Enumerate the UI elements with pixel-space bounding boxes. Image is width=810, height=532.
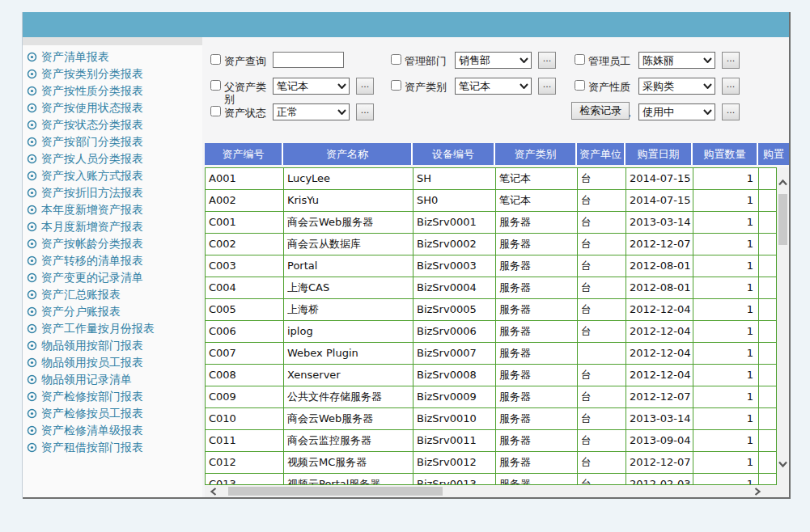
table-cell: 服务器 xyxy=(496,452,578,473)
manage-employee-select[interactable]: 陈姝丽 xyxy=(638,52,715,69)
vertical-scrollbar-thumb[interactable] xyxy=(778,194,787,245)
asset-category-browse-button[interactable]: ... xyxy=(538,78,556,95)
table-row[interactable]: A002KrisYuSH0笔记本台2014-07-151 xyxy=(206,190,776,212)
manage-employee-checkbox[interactable] xyxy=(575,54,585,65)
table-cell xyxy=(578,343,626,364)
sidebar-item[interactable]: 资产按折旧方法报表 xyxy=(23,184,202,201)
table-row[interactable]: C009公共文件存储服务器BizSrv0009服务器台2012-12-071 xyxy=(206,386,776,408)
sidebar-item[interactable]: 资产按状态分类报表 xyxy=(23,116,202,133)
table-cell: 2013-03-14 xyxy=(626,408,693,429)
table-horizontal-scrollbar[interactable] xyxy=(205,485,789,497)
table-cell: 1 xyxy=(693,408,759,429)
manage-employee-browse-button[interactable]: ... xyxy=(722,52,740,69)
table-row[interactable]: A001LucyLeeSH笔记本台2014-07-151 xyxy=(206,168,776,190)
table-row[interactable]: C005上海桥BizSrv0005服务器台2012-12-041 xyxy=(206,299,776,321)
table-row[interactable]: C004上海CASBizSrv0004服务器台2012-08-011 xyxy=(206,277,776,299)
sidebar-item-label: 物品领用按员工报表 xyxy=(41,356,143,369)
table-cell: C010 xyxy=(206,408,284,429)
table-row[interactable]: C002商会云从数据库BizSrv0002服务器台2012-12-071 xyxy=(206,234,776,255)
asset-nature-checkbox[interactable] xyxy=(575,80,585,91)
asset-category-select[interactable]: 笔记本 xyxy=(455,78,532,95)
horizontal-scrollbar-thumb[interactable] xyxy=(228,487,443,496)
table-cell: 视频云MC服务器 xyxy=(284,452,413,473)
scroll-up-icon[interactable] xyxy=(778,179,788,187)
parent-asset-category-checkbox[interactable] xyxy=(210,80,221,91)
sidebar-item[interactable]: 物品领用按部门报表 xyxy=(23,337,202,354)
table-row[interactable]: C007Webex PluginBizSrv0007服务器2012-12-041 xyxy=(206,343,776,365)
sidebar-item[interactable]: 资产按帐龄分类报表 xyxy=(23,235,202,252)
sidebar-item[interactable]: 物品领用记录清单 xyxy=(23,371,202,388)
table-cell: C013 xyxy=(206,474,284,485)
table-cell: C003 xyxy=(206,255,284,277)
sidebar-item[interactable]: 资产按入账方式报表 xyxy=(23,167,202,184)
table-row[interactable]: C003PortalBizSrv0003服务器台2012-08-011 xyxy=(206,255,776,277)
usage-status-browse-button[interactable]: ... xyxy=(722,103,740,120)
asset-status-select[interactable]: 正常 xyxy=(273,103,350,120)
table-cell: BizSrv0004 xyxy=(413,277,496,298)
asset-category-checkbox[interactable] xyxy=(391,80,401,91)
manage-dept-select[interactable]: 销售部 xyxy=(455,52,532,69)
table-row[interactable]: C011商会云监控服务器BizSrv0011服务器台2013-09-041 xyxy=(206,430,776,452)
asset-query-input[interactable] xyxy=(273,52,344,68)
sidebar-item[interactable]: 资产按性质分类报表 xyxy=(23,82,202,99)
scroll-left-icon[interactable] xyxy=(210,487,218,496)
scroll-right-icon[interactable] xyxy=(753,487,761,496)
search-records-button[interactable]: 检索记录 xyxy=(571,102,630,120)
asset-nature-select[interactable]: 采购类 xyxy=(638,78,715,95)
column-header: 购置日期 xyxy=(626,143,693,165)
table-cell: 1 xyxy=(693,299,759,320)
sidebar-item[interactable]: 资产按部门分类报表 xyxy=(23,133,202,150)
sidebar-item[interactable]: 资产租借按部门报表 xyxy=(23,439,202,456)
manage-dept-browse-button[interactable]: ... xyxy=(538,52,556,69)
bullet-circle-icon xyxy=(27,237,37,247)
manage-dept-checkbox[interactable] xyxy=(391,54,401,65)
table-row[interactable]: C006iplogBizSrv0006服务器台2012-12-041 xyxy=(206,321,776,343)
sidebar-item[interactable]: 资产清单报表 xyxy=(23,49,202,65)
bullet-circle-icon xyxy=(27,288,37,298)
asset-nature-browse-button[interactable]: ... xyxy=(722,78,740,95)
scroll-down-icon[interactable] xyxy=(778,460,788,468)
table-row[interactable]: C013视频云Portal服务器BizSrv0013服务器台2012-02-03… xyxy=(206,474,776,485)
bullet-circle-icon xyxy=(27,169,37,179)
table-cell: BizSrv0010 xyxy=(413,408,496,429)
sidebar-item[interactable]: 资产检修按员工报表 xyxy=(23,405,202,422)
sidebar-item[interactable]: 资产变更的记录清单 xyxy=(23,269,202,286)
table-cell: C004 xyxy=(206,277,284,298)
table-cell: iplog xyxy=(284,321,413,342)
table-cell: 台 xyxy=(578,408,626,429)
sidebar-item-label: 资产检修清单级报表 xyxy=(41,424,143,437)
sidebar-item-label: 物品领用按部门报表 xyxy=(41,339,143,352)
table-row[interactable]: C010商会云Web服务器BizSrv0010服务器台2013-03-141 xyxy=(206,408,776,430)
table-cell: C002 xyxy=(206,234,284,255)
sidebar-item[interactable]: 资产按类别分类报表 xyxy=(23,65,202,82)
sidebar-item[interactable]: 资产按使用状态报表 xyxy=(23,99,202,116)
table-vertical-scrollbar[interactable] xyxy=(777,167,789,485)
table-row[interactable]: C008XenserverBizSrv0008服务器台2012-12-041 xyxy=(206,365,776,386)
sidebar-item[interactable]: 资产按人员分类报表 xyxy=(23,150,202,167)
sidebar-item[interactable]: 资产分户账报表 xyxy=(23,303,202,320)
asset-status-browse-button[interactable]: ... xyxy=(356,103,374,120)
asset-status-checkbox[interactable] xyxy=(210,106,221,116)
sidebar-item[interactable]: 资产检修清单级报表 xyxy=(23,422,202,439)
sidebar-item[interactable]: 资产汇总账报表 xyxy=(23,286,202,303)
table-cell xyxy=(759,299,776,320)
table-row[interactable]: C012视频云MC服务器BizSrv0012服务器台2012-12-071 xyxy=(206,452,776,474)
sidebar-item[interactable]: 本年度新增资产报表 xyxy=(23,201,202,218)
sidebar-item[interactable]: 物品领用按员工报表 xyxy=(23,354,202,371)
sidebar-item[interactable]: 本月度新增资产报表 xyxy=(23,218,202,235)
usage-status-select[interactable]: 使用中 xyxy=(638,103,715,120)
table-cell: 服务器 xyxy=(496,408,578,429)
table-cell: 2014-07-15 xyxy=(626,168,693,189)
table-cell: 1 xyxy=(693,474,759,485)
table-cell: 2012-12-04 xyxy=(626,365,693,386)
sidebar-item[interactable]: 资产检修按部门报表 xyxy=(23,388,202,405)
table-cell: 台 xyxy=(578,430,626,451)
parent-asset-category-browse-button[interactable]: ... xyxy=(356,78,374,95)
sidebar-item[interactable]: 资产工作量按月份报表 xyxy=(23,320,202,337)
asset-query-checkbox[interactable] xyxy=(210,54,221,65)
parent-asset-category-select[interactable]: 笔记本 xyxy=(273,78,350,95)
table-cell: 服务器 xyxy=(496,365,578,386)
table-cell: 笔记本 xyxy=(496,190,578,211)
table-row[interactable]: C001商会云Web服务器BizSrv0001服务器台2013-03-141 xyxy=(206,212,776,234)
sidebar-item[interactable]: 资产转移的清单报表 xyxy=(23,252,202,269)
